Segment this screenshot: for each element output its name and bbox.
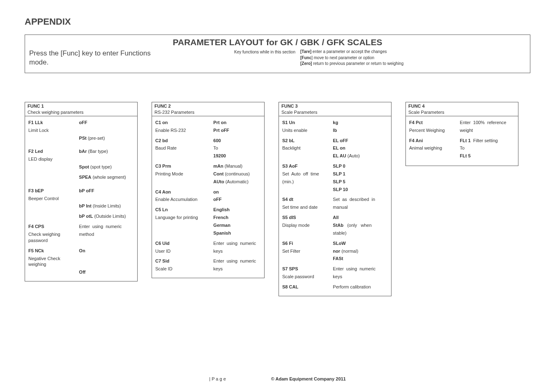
panel-func1: FUNC 1 Check weighing parameters F1 LLk … (25, 102, 138, 281)
c4-on: on (213, 189, 219, 194)
s8-label: S8 CAL (282, 284, 298, 289)
s6-fast: FASt (333, 256, 343, 261)
c1-on: Prt on (213, 120, 226, 125)
panel-func4: FUNC 4 Scale Parameters F4 Pct Enter 100… (405, 102, 518, 166)
c7-desc: Scale ID (155, 266, 173, 271)
s3-slp0: SLP 0 (333, 164, 345, 168)
c7-val: Enter using numeric (213, 258, 261, 264)
s6-label: S6 Fi (282, 241, 293, 246)
c1-desc: Enable RS-232 (155, 128, 186, 133)
f1-label: F1 LLk (28, 120, 43, 125)
s3-slp1: SLP 1 (333, 171, 345, 176)
func1-head: FUNC 1 (28, 104, 44, 108)
panel-func3: FUNC 3 Scale Parameters S1 Un kg Units e… (279, 102, 391, 296)
f4ani-flt5: FLt 5 (460, 153, 470, 158)
c4-label: C4 Aon (155, 189, 171, 194)
s8-val: Perform calibration (333, 284, 371, 289)
f5-desc: Negative Check weighing (28, 256, 79, 268)
s6-desc: Set Filter (282, 249, 300, 254)
c2-label: C2 bd (155, 138, 168, 143)
c5-es: Spanish (213, 231, 231, 235)
f5-off: Off (79, 270, 85, 274)
c6-label: C6 Uid (155, 241, 170, 246)
panel-func1-head: FUNC 1 Check weighing parameters (25, 102, 137, 116)
s7-val: Enter using numeric (333, 266, 388, 272)
hint-tare: [Tare] enter a parameter or accept the c… (300, 49, 526, 55)
s4-label: S4 dt (282, 197, 293, 202)
func3-sub: Scale Parameters (281, 109, 389, 115)
func4-head: FUNC 4 (408, 104, 425, 108)
banner-keyfn-label: Key functions while in this section (169, 49, 300, 54)
f1-off: oFF (79, 120, 87, 125)
c3-desc: Printing Mode (155, 171, 183, 176)
s5-all: All (333, 215, 339, 220)
s4-desc: Set time and date (282, 205, 318, 210)
f3-desc: Beeper Control (28, 196, 59, 201)
f5-on: On (79, 248, 85, 253)
panel-func3-head: FUNC 3 Scale Parameters (279, 102, 391, 116)
c3-label: C3 Prm (155, 164, 171, 168)
hint-zero: [Zero] return to previous parameter or r… (300, 61, 526, 67)
s5-label: S5 dIS (282, 215, 296, 220)
s2-off: EL oFF (333, 138, 348, 143)
c1-off: Prt oFF (213, 128, 229, 133)
banner-box: PARAMETER LAYOUT for GK / GBK / GFK SCAL… (25, 35, 530, 73)
c2-600: 600 (213, 138, 221, 143)
c5-fr: French (213, 215, 228, 220)
c5-de: German (213, 223, 230, 228)
f2-desc: LED display (28, 157, 53, 161)
panel-func2-head: FUNC 2 RS-232 Parameters (152, 102, 264, 116)
f4pct-val: Enter 100% reference (460, 120, 515, 126)
c2-to: To (213, 145, 218, 150)
f2-label: F2 Led (28, 149, 43, 154)
s7-label: S7 SPS (282, 266, 298, 271)
c4-off: oFF (213, 197, 221, 202)
s7-desc: Scale password (282, 274, 314, 279)
f4pct-label: F4 Pct (409, 120, 423, 125)
f4ani-to: To (460, 145, 465, 150)
appendix-heading: APPENDIX (25, 16, 530, 27)
panel-func4-head: FUNC 4 Scale Parameters (406, 102, 518, 116)
c1-label: C1 on (155, 120, 168, 125)
f4pct-desc: Percent Weighing (409, 128, 445, 133)
c4-desc: Enable Accumulation (155, 197, 198, 202)
c2-19200: 19200 (213, 153, 226, 158)
s1-label: S1 Un (282, 120, 295, 125)
columns: FUNC 1 Check weighing parameters F1 LLk … (25, 102, 530, 296)
c5-desc: Language for printing (155, 215, 198, 220)
s6-slow: SLoW (333, 241, 345, 246)
f5-label: F5 NCk (28, 248, 44, 253)
s5-desc: Display mode (282, 223, 310, 228)
f4-desc: Check weighing password (28, 231, 79, 244)
s3-desc: Set Auto off time (282, 171, 333, 177)
s3-slp5: SLP 5 (333, 179, 345, 184)
hint-func: [Func] move to next parameter or option (300, 55, 526, 61)
s1-lb: lb (333, 128, 337, 133)
f4ani-desc: Animal weighing (409, 145, 442, 150)
footer-copyright: © Adam Equipment Company 2011 (271, 376, 346, 381)
footer: | P a g e © Adam Equipment Company 2011 (0, 376, 555, 381)
c7-label: C7 Sid (155, 258, 169, 263)
func1-sub: Check weighing parameters (28, 109, 135, 115)
func4-sub: Scale Parameters (408, 109, 516, 115)
f3-label: F3 bEP (28, 188, 44, 193)
s1-desc: Units enable (282, 128, 307, 133)
s4-val: Set as described in (333, 196, 388, 203)
f4ani-label: F4 Ani (409, 138, 423, 143)
banner-title: PARAMETER LAYOUT for GK / GBK / GFK SCAL… (29, 37, 526, 47)
c2-desc: Baud Rate (155, 145, 177, 150)
f4-label: F4 CPS (28, 224, 44, 229)
s2-label: S2 bL (282, 138, 295, 143)
s3-slp10: SLP 10 (333, 187, 348, 192)
s3-label: S3 AoF (282, 164, 298, 168)
c6-desc: User ID (155, 249, 170, 254)
banner-hints: [Tare] enter a parameter or accept the c… (300, 49, 526, 67)
f4-val: Enter using numeric (79, 224, 134, 230)
banner-press-line: Press the [Func] key to enter Functions … (29, 49, 169, 67)
func2-sub: RS-232 Parameters (154, 109, 262, 115)
f3-bpoff: bP oFF (79, 188, 94, 193)
panel-func2: FUNC 2 RS-232 Parameters C1 on Prt on En… (152, 102, 265, 278)
c5-label: C5 Ln (155, 207, 168, 212)
c6-val: Enter using numeric (213, 240, 261, 247)
footer-page: | P a g e (209, 376, 226, 381)
